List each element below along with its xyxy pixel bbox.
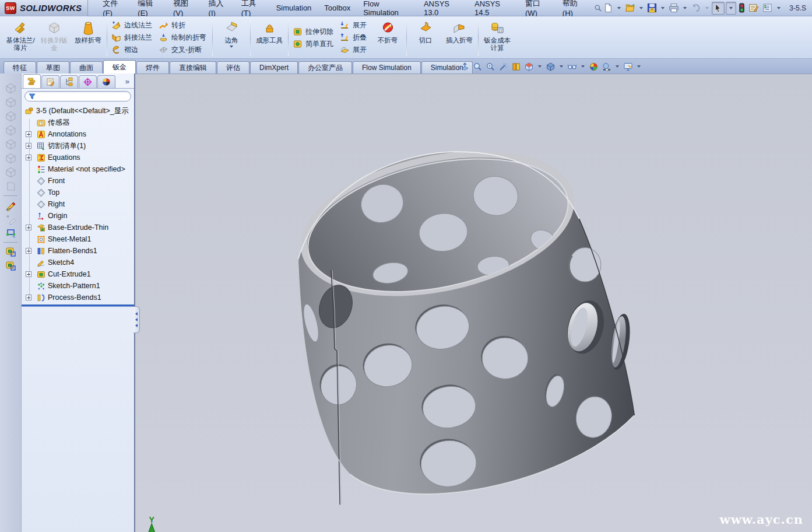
tree-item-process-bends1[interactable]: Process-Bends1	[22, 292, 134, 303]
view-orientation-button[interactable]	[523, 61, 535, 72]
lofted-bend-button[interactable]: 放样折弯	[71, 18, 105, 57]
tree-item-sketch4[interactable]: Sketch4	[22, 257, 134, 268]
display-style-caret-icon[interactable]	[560, 65, 563, 68]
no-bends-button[interactable]: 不折弯	[371, 18, 405, 57]
tab-surfaces[interactable]: 曲面	[70, 61, 103, 74]
edge-flange-button[interactable]: 边线法兰	[109, 19, 156, 32]
select-button[interactable]	[712, 2, 725, 15]
save-button[interactable]	[646, 2, 658, 15]
dimxpertmanager-tab[interactable]	[79, 75, 97, 88]
apply-scene-button[interactable]	[601, 61, 612, 72]
tab-evaluate[interactable]: 评估	[217, 61, 249, 74]
panel-splitter-grip[interactable]	[133, 306, 140, 333]
rip-button[interactable]: 切口	[409, 18, 442, 57]
new-document-caret-icon[interactable]	[617, 7, 621, 9]
tree-item-sheet-metal1[interactable]: Sheet-Metal1	[22, 233, 134, 245]
tab-direct-editing[interactable]: 直接编辑	[170, 61, 216, 74]
forming-tool-button[interactable]: 成形工具	[252, 18, 286, 57]
tree-item-flatten-bends1[interactable]: Flatten-Bends1	[22, 245, 134, 257]
view-settings-caret-icon[interactable]	[637, 65, 641, 68]
tree-filter-input[interactable]	[38, 93, 127, 100]
expand-toggle[interactable]	[26, 131, 31, 137]
tree-item-base-extrude-thin[interactable]: Base-Extrude-Thin	[22, 222, 134, 233]
displaymanager-tab[interactable]	[97, 75, 115, 88]
tree-item-part-root[interactable]: 3-5 (Default<<Default>_显示	[22, 105, 134, 117]
rebuild-button[interactable]	[737, 2, 746, 15]
expand-toggle[interactable]	[26, 225, 31, 230]
convert-to-sheetmetal-button[interactable]: 转换到钣金	[37, 18, 71, 57]
view-cube-back-button[interactable]	[3, 96, 18, 109]
corner-button[interactable]: 边角	[215, 18, 248, 57]
open-button[interactable]	[624, 2, 637, 15]
sketched-bend-button[interactable]: 绘制的折弯	[156, 32, 210, 44]
apply-scene-caret-icon[interactable]	[616, 65, 619, 68]
base-flange-button[interactable]: 基体法兰/薄片	[3, 18, 37, 57]
configurationmanager-tab[interactable]	[60, 75, 78, 88]
view-cube-bottom-button[interactable]	[3, 152, 18, 165]
print-button[interactable]	[667, 2, 680, 15]
menu-simulation[interactable]: Simulation	[270, 1, 318, 15]
file-properties-button[interactable]	[747, 2, 760, 15]
tree-item-sketch-pattern1[interactable]: Sketch-Pattern1	[22, 280, 134, 292]
zoom-in-out-button[interactable]	[485, 61, 496, 72]
new-document-button[interactable]	[602, 2, 614, 15]
miter-flange-button[interactable]: 斜接法兰	[109, 32, 156, 44]
view-cube-front-button[interactable]	[3, 82, 18, 95]
panel-tab-overflow-button[interactable]: »	[125, 77, 133, 88]
extrude-cut-button[interactable]	[3, 259, 18, 272]
options-caret-icon[interactable]	[777, 7, 781, 9]
view-orientation-caret-icon[interactable]	[538, 65, 542, 68]
search-icon[interactable]	[594, 4, 602, 13]
hem-button[interactable]: 褶边	[109, 44, 156, 56]
flatten-button[interactable]: 展开	[338, 44, 371, 56]
view-cube-left-button[interactable]	[3, 110, 18, 123]
options-button[interactable]	[761, 2, 774, 15]
tree-item-annotations[interactable]: Annotations	[22, 128, 134, 140]
tab-flow-simulation[interactable]: Flow Simulation	[353, 61, 421, 74]
graphics-viewport[interactable]: Y www.ayc.cn	[135, 74, 812, 532]
featuremanager-tree-tab[interactable]	[23, 74, 41, 88]
propertymanager-tab[interactable]	[41, 75, 59, 88]
print-caret-icon[interactable]	[683, 7, 687, 9]
tab-dimxpert[interactable]: DimXpert	[250, 61, 298, 74]
extruded-cut-button[interactable]: 拉伸切除	[290, 26, 338, 38]
tab-office-products[interactable]: 办公室产品	[298, 61, 352, 74]
undo-caret-icon[interactable]	[705, 7, 709, 9]
tree-item-right-plane[interactable]: Right	[22, 198, 134, 210]
section-view-button[interactable]	[511, 61, 522, 72]
tree-item-front-plane[interactable]: Front	[22, 175, 134, 187]
tab-sketch[interactable]: 草图	[37, 61, 69, 74]
expand-toggle[interactable]	[26, 271, 31, 277]
tree-item-cut-list[interactable]: 切割清单(1)	[22, 140, 134, 152]
extrude-boss-button[interactable]	[3, 245, 18, 258]
expand-toggle[interactable]	[26, 143, 31, 149]
view-cube-isometric-button[interactable]	[3, 166, 18, 179]
view-cube-top-button[interactable]	[3, 138, 18, 151]
view-rounded-button[interactable]	[3, 180, 18, 193]
insert-bends-button[interactable]: 插入折弯	[442, 18, 476, 57]
hide-show-items-caret-icon[interactable]	[581, 65, 585, 68]
display-style-button[interactable]	[545, 61, 556, 72]
edit-appearance-button[interactable]	[588, 61, 599, 72]
simple-hole-button[interactable]: 简单直孔	[290, 38, 338, 50]
save-caret-icon[interactable]	[661, 7, 665, 9]
menu-toolbox[interactable]: Toolbox	[318, 1, 357, 15]
tree-item-sensors[interactable]: 传感器	[22, 117, 134, 128]
tree-item-origin[interactable]: Origin	[22, 210, 134, 222]
model-perforated-cylinder[interactable]: Y	[135, 74, 812, 532]
undo-button[interactable]	[690, 2, 702, 15]
jog-button[interactable]: 转折	[156, 19, 210, 32]
unfold-button[interactable]: 展开	[338, 19, 371, 32]
sketch-tool-button[interactable]	[3, 198, 18, 212]
tab-weldments[interactable]: 焊件	[136, 61, 169, 74]
corner-caret-icon[interactable]	[230, 46, 233, 48]
select-caret-button[interactable]	[726, 2, 736, 15]
sheetmetal-cost-button[interactable]: 钣金成本计算	[480, 18, 514, 57]
expand-toggle[interactable]	[26, 155, 31, 160]
rollback-bar[interactable]	[22, 304, 134, 306]
expand-toggle[interactable]	[26, 295, 31, 300]
edit-sketch-button[interactable]	[3, 212, 18, 226]
expand-toggle[interactable]	[26, 248, 31, 254]
tab-features[interactable]: 特征	[3, 61, 36, 74]
view-cube-right-button[interactable]	[3, 124, 18, 137]
